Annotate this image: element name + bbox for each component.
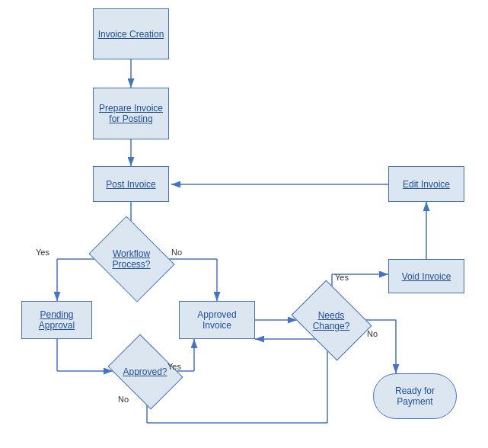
approved-invoice-box[interactable]: ApprovedInvoice	[179, 301, 255, 339]
invoice-creation-box[interactable]: Invoice Creation	[93, 8, 169, 59]
approved-diamond[interactable]: Approved?	[113, 349, 177, 395]
no-label-workflow-right: No	[171, 248, 182, 257]
void-invoice-box[interactable]: Void Invoice	[388, 259, 464, 293]
ready-for-payment-box[interactable]: Ready forPayment	[373, 373, 457, 419]
yes-label-workflow-left: Yes	[36, 248, 49, 257]
yes-label-approved: Yes	[167, 362, 181, 371]
prepare-invoice-box[interactable]: Prepare Invoice for Posting	[93, 88, 169, 139]
flowchart-diagram: Invoice Creation Prepare Invoice for Pos…	[0, 0, 488, 448]
pending-approval-box[interactable]: PendingApproval	[21, 301, 92, 339]
post-invoice-box[interactable]: Post Invoice	[93, 166, 169, 202]
workflow-process-diamond[interactable]: WorkflowProcess?	[99, 232, 164, 286]
yes-label-needs-change: Yes	[335, 273, 349, 282]
no-label-approved-bottom: No	[118, 395, 129, 404]
no-label-needs-change: No	[367, 329, 378, 338]
edit-invoice-box[interactable]: Edit Invoice	[388, 166, 464, 202]
needs-change-diamond[interactable]: NeedsChange?	[297, 296, 365, 345]
